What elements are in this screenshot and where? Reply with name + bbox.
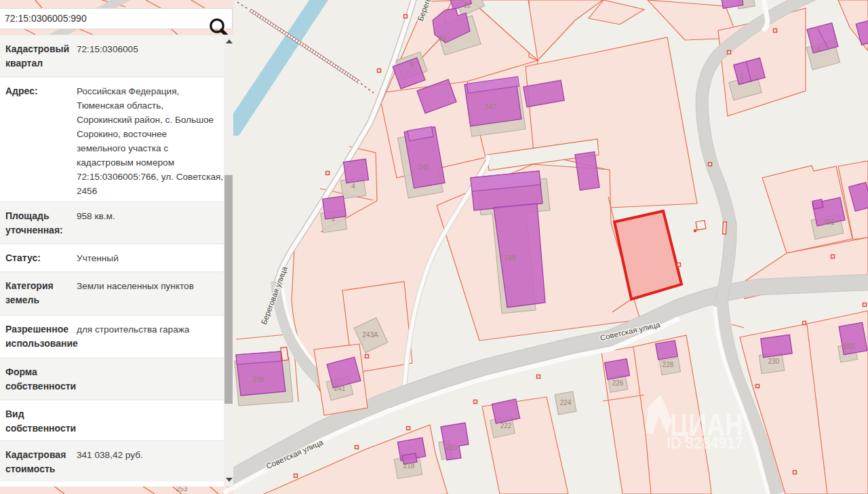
svg-text:251: 251 <box>823 218 835 226</box>
svg-text:230: 230 <box>768 358 780 365</box>
svg-text:218: 218 <box>403 462 415 470</box>
svg-text:4: 4 <box>351 183 355 190</box>
svg-text:226: 226 <box>612 379 624 387</box>
svg-text:2: 2 <box>740 72 744 79</box>
svg-text:12: 12 <box>463 1 471 9</box>
svg-text:8: 8 <box>410 61 414 69</box>
svg-text:ID 3284917: ID 3284917 <box>667 434 743 452</box>
svg-text:19: 19 <box>439 35 447 42</box>
svg-text:232: 232 <box>843 343 854 350</box>
svg-text:228: 228 <box>663 361 674 368</box>
svg-text:239: 239 <box>253 376 264 383</box>
svg-text:220: 220 <box>446 444 458 451</box>
svg-text:245: 245 <box>418 164 430 171</box>
svg-text:224: 224 <box>560 399 572 406</box>
svg-text:4: 4 <box>816 46 821 54</box>
svg-text:2: 2 <box>332 215 336 223</box>
svg-text:247: 247 <box>485 103 496 111</box>
svg-text:241: 241 <box>334 385 346 392</box>
svg-text:249: 249 <box>505 254 516 262</box>
svg-text:222: 222 <box>500 422 512 430</box>
svg-text:243А: 243А <box>362 331 378 339</box>
